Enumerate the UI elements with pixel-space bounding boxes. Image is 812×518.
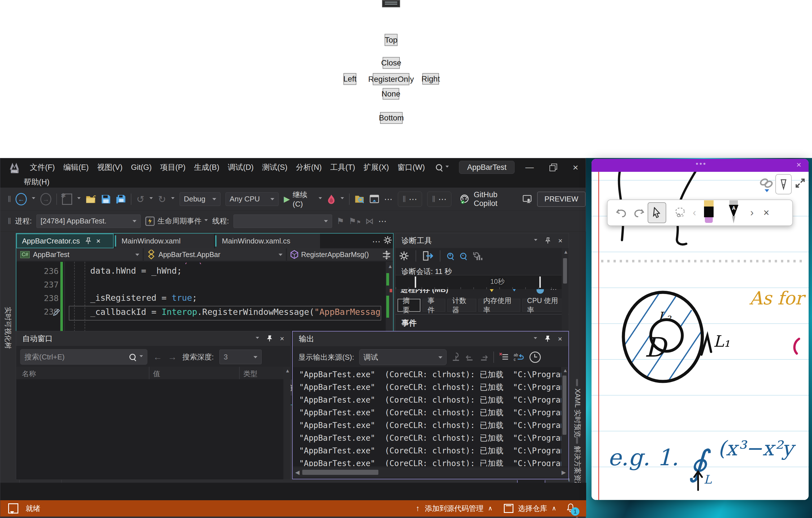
add-to-source-control-button[interactable]: 添加到源代码管理: [425, 503, 484, 514]
notifications-bell[interactable]: 1: [567, 503, 575, 514]
title-search[interactable]: [436, 164, 449, 170]
split-window-icon[interactable]: [382, 250, 392, 260]
search-back-icon[interactable]: ←: [153, 352, 162, 362]
column-value[interactable]: 值: [153, 369, 160, 378]
find-in-files-icon[interactable]: [355, 194, 365, 204]
timestamp-icon[interactable]: [529, 352, 541, 363]
search-forward-icon[interactable]: →: [168, 352, 177, 362]
autos-header[interactable]: 自动窗口 ×: [16, 331, 290, 346]
panel-chevron-icon[interactable]: [534, 337, 537, 341]
menu-item-11[interactable]: 窗口(W): [397, 162, 425, 172]
right-tab-XAML 实时预览[interactable]: XAML 实时预览: [573, 388, 582, 438]
menu-item-3[interactable]: Git(G): [131, 163, 152, 172]
show-current-thread-icon[interactable]: ⋈: [366, 216, 374, 226]
menu-item-6[interactable]: 调试(D): [228, 162, 254, 172]
zoom-in-icon[interactable]: +: [447, 253, 453, 259]
redo-caret-icon[interactable]: [171, 197, 175, 201]
debugbar-overflow-icon[interactable]: ⋯: [378, 216, 387, 226]
notes-menu-dots[interactable]: •••: [696, 159, 707, 168]
solution-configurations-dropdown[interactable]: Debug: [180, 192, 221, 206]
menu-item-5[interactable]: 生成(B): [194, 162, 219, 172]
scroll-up-arrow-icon[interactable]: ▲: [388, 264, 393, 269]
search-input[interactable]: 搜索(Ctrl+E): [20, 349, 147, 365]
member-dropdown[interactable]: RegisterAppBarMsg(): [287, 248, 393, 261]
output-log[interactable]: "AppBarTest.exe" (CoreCLR: clrhost): 已加载…: [293, 367, 561, 466]
toolbar-overflow-icon[interactable]: ⋯: [384, 194, 393, 204]
menu-item-10[interactable]: 扩展(X): [364, 162, 389, 172]
repository-box-icon[interactable]: [504, 504, 514, 513]
output-header[interactable]: 输出 ×: [293, 331, 569, 346]
new-project-caret-icon[interactable]: [77, 197, 81, 201]
menu-item-1[interactable]: 编辑(E): [63, 162, 89, 172]
scroll-left-arrow-icon[interactable]: ◀: [295, 469, 299, 476]
navigate-back-button[interactable]: ←: [16, 193, 27, 206]
registeronly-button[interactable]: RegisterOnly: [373, 73, 409, 85]
timeline-right-handle[interactable]: [539, 276, 541, 288]
export-icon[interactable]: [423, 251, 433, 261]
lifecycle-events-button[interactable]: 生命周期事件: [145, 216, 208, 226]
menu-item-2[interactable]: 视图(V): [97, 162, 122, 172]
close-toolbar-icon[interactable]: ×: [758, 203, 775, 223]
tab-CPU 使用率[interactable]: CPU 使用率: [522, 299, 567, 312]
column-name[interactable]: 名称: [22, 369, 36, 378]
document-tab[interactable]: MainWindow.xaml.cs: [215, 234, 320, 248]
timeline-left-handle[interactable]: [415, 276, 416, 288]
solution-platforms-dropdown[interactable]: Any CPU: [226, 192, 279, 206]
tab-计数器[interactable]: 计数器: [447, 299, 476, 312]
feedback-person-icon[interactable]: [522, 194, 532, 205]
toolbar-group-2[interactable]: ‖⋯: [427, 192, 452, 207]
tab-事件[interactable]: 事件: [423, 299, 445, 312]
autos-grid-body[interactable]: [16, 379, 284, 479]
thread-dropdown[interactable]: [233, 214, 332, 228]
preview-button[interactable]: PREVIEW: [537, 192, 586, 207]
next-message-icon[interactable]: [479, 353, 488, 362]
active-pen-icon[interactable]: A: [725, 203, 742, 223]
pin-icon[interactable]: [545, 335, 551, 342]
right-button[interactable]: Right: [422, 73, 439, 85]
menu-item-7[interactable]: 测试(S): [262, 162, 287, 172]
reset-view-icon[interactable]: [473, 251, 483, 261]
pin-icon[interactable]: [85, 237, 92, 245]
search-options-caret-icon[interactable]: [140, 355, 143, 359]
chevron-up-icon[interactable]: ∧: [488, 505, 493, 512]
menu-item-0[interactable]: 文件(F): [30, 162, 55, 172]
process-dropdown[interactable]: [24784] AppBarTest.: [36, 214, 141, 228]
top-button[interactable]: Top: [384, 34, 398, 46]
gear-icon[interactable]: [399, 251, 409, 261]
output-vscrollbar[interactable]: ▲: [561, 367, 568, 466]
save-icon[interactable]: [101, 194, 111, 205]
window-title[interactable]: AppBarTest: [459, 161, 515, 174]
sidebar-tab-live-visual-tree[interactable]: 实时可视化树: [3, 307, 13, 349]
flag-threads-icon[interactable]: ⚑⚑: [349, 216, 361, 226]
editor-settings-gear-icon[interactable]: [383, 236, 392, 245]
next-pens-chevron-icon[interactable]: ›: [746, 203, 758, 223]
left-button[interactable]: Left: [343, 73, 356, 85]
panel-chevron-icon[interactable]: [534, 239, 538, 243]
new-project-icon[interactable]: ✱: [62, 194, 72, 205]
pin-icon[interactable]: [266, 335, 273, 342]
undo-icon[interactable]: ↺: [137, 194, 145, 205]
redo-icon[interactable]: [630, 203, 648, 223]
undo-caret-icon[interactable]: [149, 197, 153, 201]
menu-item-4[interactable]: 项目(P): [160, 162, 185, 172]
hot-reload-caret-icon[interactable]: [341, 197, 344, 201]
registered-appbar-strip[interactable]: [382, 0, 400, 7]
navigate-forward-button[interactable]: →: [40, 193, 52, 206]
pin-icon[interactable]: [545, 237, 551, 244]
clear-all-icon[interactable]: [499, 352, 509, 362]
project-dropdown[interactable]: C# AppBarTest: [17, 248, 143, 261]
flag-icon[interactable]: ⚑: [337, 216, 344, 226]
chevron-up-icon[interactable]: ∧: [552, 505, 556, 512]
lasso-select-icon[interactable]: [671, 203, 689, 223]
continue-button[interactable]: ▶ 继续(C): [284, 190, 314, 209]
none-button[interactable]: None: [383, 88, 399, 100]
hot-reload-icon[interactable]: [327, 194, 336, 205]
expand-icon[interactable]: [795, 178, 805, 188]
link-icon[interactable]: [759, 177, 774, 193]
zoom-out-icon[interactable]: -: [460, 253, 466, 259]
search-depth-dropdown[interactable]: 3: [219, 350, 262, 364]
tab-摘要[interactable]: 摘要: [398, 299, 420, 312]
bottom-button[interactable]: Bottom: [380, 112, 403, 124]
type-dropdown[interactable]: AppBarTest.AppBar: [144, 248, 286, 261]
note-canvas[interactable]: As for D L₂ L₁ e.g. 1. ∮ L (x³−x²y: [591, 172, 809, 500]
